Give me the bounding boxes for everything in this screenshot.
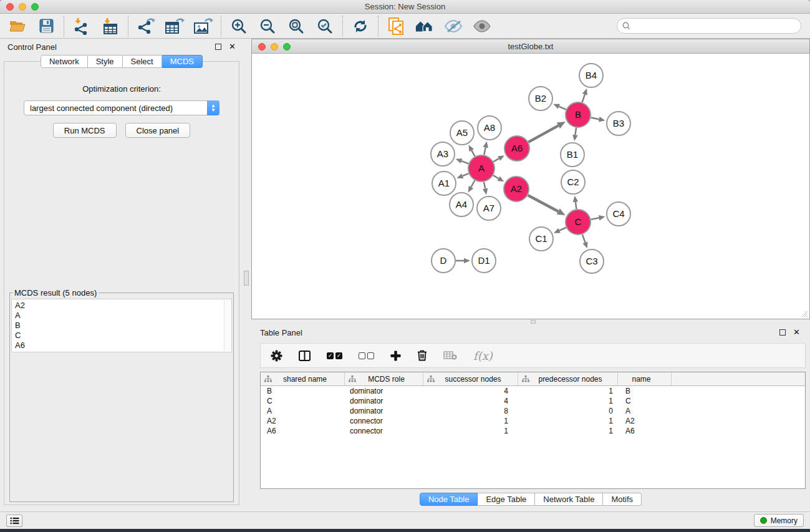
export-image-icon[interactable] — [193, 16, 213, 36]
mcds-result-item[interactable]: A6 — [15, 341, 228, 351]
zoom-in-icon[interactable] — [229, 16, 249, 36]
graph-edge-A-A7[interactable] — [484, 182, 485, 189]
table-cell[interactable]: 1 — [518, 387, 618, 395]
graph-edge-C-C3[interactable] — [582, 235, 586, 243]
column-header-name[interactable]: name — [618, 372, 672, 385]
network-close-button[interactable] — [258, 43, 266, 51]
tab-network-table[interactable]: Network Table — [535, 493, 603, 506]
column-header-successor-nodes[interactable]: successor nodes — [423, 372, 518, 385]
maximize-window-button[interactable] — [31, 3, 39, 11]
table-cell[interactable]: dominator — [345, 387, 423, 395]
graph-edge-B-B1[interactable] — [575, 128, 576, 135]
export-network-icon[interactable] — [136, 16, 156, 36]
open-session-icon[interactable] — [7, 16, 27, 36]
panel-splitter[interactable] — [243, 39, 251, 511]
graph-edge-B-B4[interactable] — [582, 94, 585, 102]
graph-edge-A-A6[interactable] — [493, 158, 499, 162]
memory-button[interactable]: Memory — [754, 514, 804, 527]
network-canvas[interactable]: AA1A3A5A8A4A7A6A2BB1B2B3B4CC1C2C3C4DD1 — [252, 54, 809, 319]
table-cell[interactable]: A2 — [618, 417, 672, 425]
mcds-result-item[interactable]: B — [15, 321, 228, 331]
split-columns-icon[interactable] — [299, 351, 311, 361]
table-cell[interactable]: 8 — [423, 407, 518, 415]
table-cell[interactable]: connector — [345, 427, 423, 435]
table-cell[interactable]: dominator — [345, 407, 423, 415]
resize-grip-icon[interactable] — [801, 310, 808, 317]
mcds-list-scrollbar[interactable] — [224, 300, 231, 351]
column-header-shared-name[interactable]: shared name — [261, 372, 345, 385]
close-panel-button[interactable]: Close panel — [125, 123, 191, 138]
optimization-criterion-dropdown[interactable]: largest connected component (directed) ▲… — [24, 100, 219, 115]
table-float-panel-icon[interactable] — [779, 329, 786, 336]
table-cell[interactable]: A — [261, 407, 345, 415]
column-header-predecessor-nodes[interactable]: predecessor nodes — [518, 372, 618, 385]
gear-icon[interactable] — [271, 350, 282, 362]
home-icon[interactable] — [415, 16, 435, 36]
table-close-panel-icon[interactable]: ✕ — [793, 329, 800, 336]
mcds-result-item[interactable]: C — [15, 331, 228, 341]
column-header-MCDS-role[interactable]: MCDS role — [345, 372, 423, 385]
add-row-icon[interactable] — [390, 351, 401, 361]
tab-select[interactable]: Select — [123, 55, 162, 68]
table-cell[interactable]: 1 — [518, 427, 618, 435]
zoom-fit-icon[interactable] — [286, 16, 306, 36]
deselect-all-checkboxes-icon[interactable] — [359, 352, 374, 359]
mcds-result-item[interactable]: A2 — [15, 301, 228, 311]
zoom-selected-icon[interactable] — [315, 16, 335, 36]
graph-edge-B-B3[interactable] — [591, 117, 599, 119]
table-cell[interactable]: dominator — [345, 397, 423, 405]
graph-edge-A6-B[interactable] — [528, 125, 558, 142]
table-cell[interactable]: 1 — [518, 417, 618, 425]
task-history-button[interactable] — [6, 515, 22, 527]
table-cell[interactable]: B — [261, 387, 345, 395]
show-graphics-details-icon[interactable] — [472, 16, 492, 36]
network-maximize-button[interactable] — [283, 43, 291, 51]
close-panel-icon[interactable]: ✕ — [229, 44, 236, 50]
zoom-out-icon[interactable] — [258, 16, 277, 36]
tab-edge-table[interactable]: Edge Table — [478, 493, 535, 506]
save-session-icon[interactable] — [36, 16, 56, 36]
select-all-checkboxes-icon[interactable]: ✓✓ — [327, 352, 342, 359]
table-cell[interactable]: A6 — [618, 427, 672, 435]
table-cell[interactable]: 0 — [518, 407, 618, 415]
close-window-button[interactable] — [6, 3, 14, 11]
graph-edge-A-A3[interactable] — [461, 161, 468, 163]
table-cell[interactable]: C — [261, 397, 345, 405]
refresh-icon[interactable] — [350, 16, 370, 36]
graph-edge-A-A8[interactable] — [484, 147, 485, 155]
graph-edge-A-A4[interactable] — [471, 180, 475, 187]
graph-edge-C-C2[interactable] — [576, 202, 576, 209]
table-cell[interactable]: B — [618, 387, 672, 395]
table-cell[interactable]: A6 — [261, 427, 345, 435]
network-minimize-button[interactable] — [271, 43, 278, 51]
mcds-result-item[interactable]: A — [15, 311, 228, 321]
tab-node-table[interactable]: Node Table — [420, 493, 478, 506]
tab-style[interactable]: Style — [88, 55, 123, 68]
graph-edge-A2-C[interactable] — [528, 195, 559, 211]
hide-graphics-details-icon[interactable] — [443, 16, 463, 36]
table-cell[interactable]: A — [618, 407, 672, 415]
tab-motifs[interactable]: Motifs — [603, 493, 642, 506]
table-cell[interactable]: 1 — [423, 417, 518, 425]
horizontal-splitter[interactable] — [251, 319, 810, 324]
export-table-icon[interactable] — [165, 16, 185, 36]
float-panel-icon[interactable] — [215, 44, 221, 50]
minimize-window-button[interactable] — [19, 3, 26, 11]
table-cell[interactable]: connector — [345, 417, 423, 425]
table-cell[interactable]: A2 — [261, 417, 345, 425]
table-cell[interactable]: 4 — [423, 397, 518, 405]
graph-edge-C-C4[interactable] — [591, 218, 599, 220]
run-mcds-button[interactable]: Run MCDS — [53, 123, 117, 138]
horizontal-splitter-handle[interactable] — [531, 320, 536, 324]
table-cell[interactable]: C — [618, 397, 672, 405]
tab-network[interactable]: Network — [41, 55, 88, 68]
table-cell[interactable]: 1 — [423, 427, 518, 435]
table-cell[interactable]: 1 — [518, 397, 618, 405]
graph-edge-A-A1[interactable] — [463, 173, 469, 176]
import-network-icon[interactable] — [72, 16, 92, 36]
tab-mcds[interactable]: MCDS — [162, 55, 203, 68]
graph-edge-A-A2[interactable] — [493, 175, 499, 178]
graph-edge-C-C1[interactable] — [559, 228, 566, 231]
delete-row-icon[interactable] — [417, 350, 427, 361]
import-table-icon[interactable] — [100, 16, 120, 36]
